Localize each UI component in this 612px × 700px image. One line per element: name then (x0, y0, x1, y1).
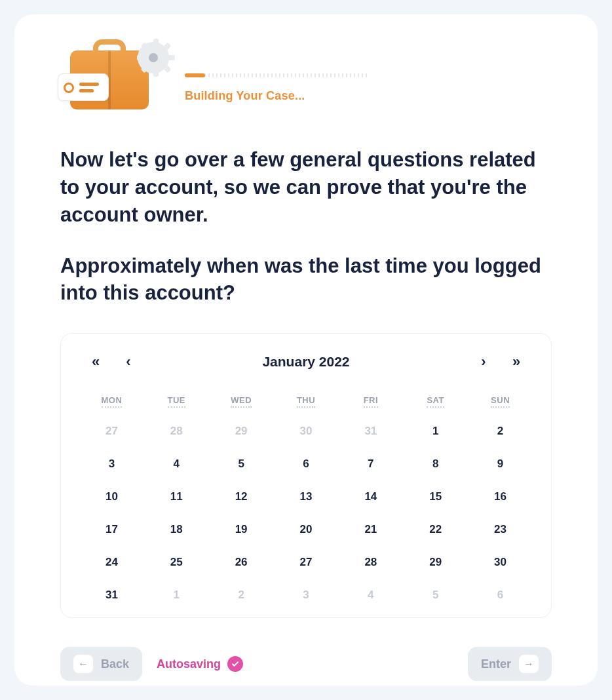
progress-section: Building Your Case... (185, 73, 552, 116)
calendar-day[interactable]: 19 (229, 520, 254, 539)
calendar-day[interactable]: 26 (229, 553, 254, 572)
calendar-day[interactable]: 1 (164, 586, 189, 604)
calendar-day[interactable]: 18 (164, 520, 189, 539)
calendar-day[interactable]: 27 (99, 422, 124, 440)
calendar-day[interactable]: 4 (358, 586, 383, 604)
autosave-label: Autosaving (157, 657, 221, 671)
calendar: « ‹ January 2022 › » MONTUEWEDTHUFRISATS… (60, 333, 552, 618)
calendar-day[interactable]: 6 (294, 455, 318, 473)
calendar-day[interactable]: 8 (423, 455, 448, 473)
calendar-day[interactable]: 22 (423, 520, 448, 539)
calendar-day[interactable]: 27 (294, 553, 318, 572)
calendar-day[interactable]: 13 (294, 488, 318, 506)
weekday-header: FRI (364, 395, 378, 408)
briefcase-illustration (60, 34, 165, 116)
question-text: Approximately when was the last time you… (60, 252, 552, 307)
calendar-day[interactable]: 17 (99, 520, 124, 539)
calendar-day[interactable]: 5 (229, 455, 254, 473)
prev-year-button[interactable]: « (79, 351, 112, 373)
calendar-day[interactable]: 25 (164, 553, 189, 572)
calendar-day[interactable]: 16 (488, 488, 513, 506)
next-year-button[interactable]: » (500, 351, 533, 373)
calendar-nav: « ‹ January 2022 › » (79, 351, 533, 373)
form-card: Building Your Case... Now let's go over … (14, 14, 598, 686)
calendar-day[interactable]: 6 (488, 586, 513, 604)
calendar-day[interactable]: 3 (99, 455, 124, 473)
calendar-day[interactable]: 30 (294, 422, 318, 440)
calendar-day[interactable]: 20 (294, 520, 318, 539)
progress-bar (185, 73, 368, 77)
enter-label: Enter (481, 657, 511, 671)
calendar-day[interactable]: 9 (488, 455, 513, 473)
calendar-day[interactable]: 4 (164, 455, 189, 473)
calendar-day[interactable]: 23 (488, 520, 513, 539)
calendar-day[interactable]: 28 (358, 553, 383, 572)
check-icon (227, 656, 243, 672)
arrow-left-icon: ← (73, 655, 93, 673)
weekday-header: SUN (491, 395, 510, 408)
calendar-day[interactable]: 24 (99, 553, 124, 572)
next-month-button[interactable]: › (467, 351, 500, 373)
back-label: Back (101, 657, 129, 671)
calendar-day[interactable]: 30 (488, 553, 513, 572)
calendar-day[interactable]: 7 (358, 455, 383, 473)
calendar-day[interactable]: 29 (423, 553, 448, 572)
calendar-day[interactable]: 5 (423, 586, 448, 604)
calendar-day[interactable]: 11 (164, 488, 189, 506)
arrow-right-icon: → (519, 655, 539, 673)
enter-button[interactable]: Enter → (468, 647, 552, 681)
calendar-day[interactable]: 28 (164, 422, 189, 440)
calendar-day[interactable]: 14 (358, 488, 383, 506)
calendar-day[interactable]: 2 (229, 586, 254, 604)
calendar-day[interactable]: 12 (229, 488, 254, 506)
weekday-header: THU (297, 395, 315, 408)
calendar-day[interactable]: 1 (423, 422, 448, 440)
question-heading: Now let's go over a few general question… (60, 146, 552, 307)
weekday-header: SAT (427, 395, 444, 408)
intro-text: Now let's go over a few general question… (60, 148, 536, 226)
header: Building Your Case... (60, 34, 552, 116)
calendar-day[interactable]: 3 (294, 586, 318, 604)
autosave-status: Autosaving (157, 656, 243, 672)
calendar-day[interactable]: 31 (99, 586, 124, 604)
weekday-header: WED (231, 395, 252, 408)
calendar-day[interactable]: 15 (423, 488, 448, 506)
back-button[interactable]: ← Back (60, 647, 142, 681)
weekday-header: MON (102, 395, 123, 408)
calendar-title: January 2022 (145, 354, 467, 370)
progress-label: Building Your Case... (185, 89, 552, 103)
calendar-day[interactable]: 2 (488, 422, 513, 440)
calendar-day[interactable]: 31 (358, 422, 383, 440)
calendar-grid: MONTUEWEDTHUFRISATSUN2728293031123456789… (79, 395, 533, 604)
calendar-day[interactable]: 21 (358, 520, 383, 539)
calendar-day[interactable]: 29 (229, 422, 254, 440)
gear-icon (138, 42, 169, 73)
prev-month-button[interactable]: ‹ (112, 351, 145, 373)
footer-nav: ← Back Autosaving Enter → (60, 647, 552, 681)
weekday-header: TUE (168, 395, 186, 408)
calendar-day[interactable]: 10 (99, 488, 124, 506)
